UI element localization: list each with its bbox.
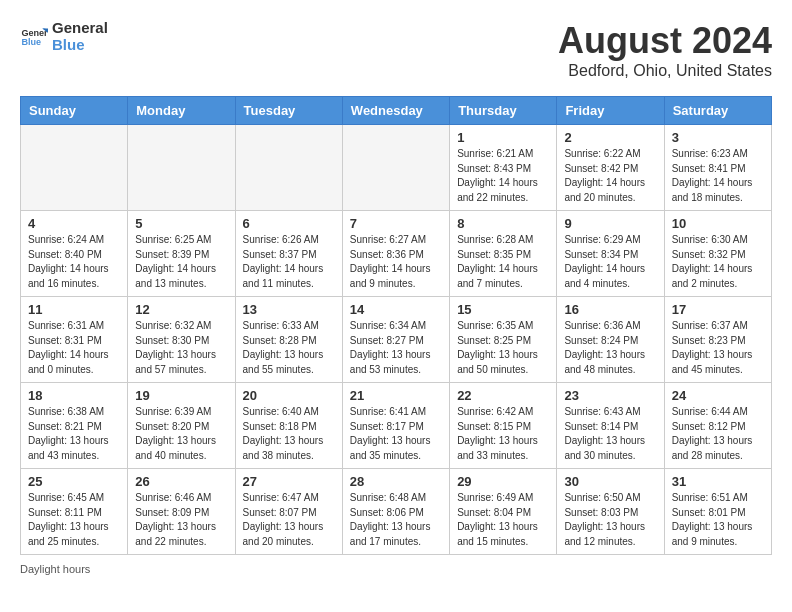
day-number: 2 bbox=[564, 130, 656, 145]
day-info: Sunrise: 6:44 AM Sunset: 8:12 PM Dayligh… bbox=[672, 405, 764, 463]
calendar-cell: 28Sunrise: 6:48 AM Sunset: 8:06 PM Dayli… bbox=[342, 469, 449, 555]
calendar-cell: 24Sunrise: 6:44 AM Sunset: 8:12 PM Dayli… bbox=[664, 383, 771, 469]
day-info: Sunrise: 6:32 AM Sunset: 8:30 PM Dayligh… bbox=[135, 319, 227, 377]
day-info: Sunrise: 6:36 AM Sunset: 8:24 PM Dayligh… bbox=[564, 319, 656, 377]
day-number: 7 bbox=[350, 216, 442, 231]
day-info: Sunrise: 6:30 AM Sunset: 8:32 PM Dayligh… bbox=[672, 233, 764, 291]
day-info: Sunrise: 6:22 AM Sunset: 8:42 PM Dayligh… bbox=[564, 147, 656, 205]
logo: General Blue General Blue bbox=[20, 20, 108, 53]
calendar-cell bbox=[128, 125, 235, 211]
day-info: Sunrise: 6:49 AM Sunset: 8:04 PM Dayligh… bbox=[457, 491, 549, 549]
day-number: 3 bbox=[672, 130, 764, 145]
day-info: Sunrise: 6:21 AM Sunset: 8:43 PM Dayligh… bbox=[457, 147, 549, 205]
calendar-cell: 31Sunrise: 6:51 AM Sunset: 8:01 PM Dayli… bbox=[664, 469, 771, 555]
calendar-cell: 10Sunrise: 6:30 AM Sunset: 8:32 PM Dayli… bbox=[664, 211, 771, 297]
logo-icon: General Blue bbox=[20, 23, 48, 51]
daylight-label: Daylight hours bbox=[20, 563, 90, 575]
calendar-cell bbox=[342, 125, 449, 211]
day-number: 15 bbox=[457, 302, 549, 317]
day-number: 24 bbox=[672, 388, 764, 403]
calendar-table: SundayMondayTuesdayWednesdayThursdayFrid… bbox=[20, 96, 772, 555]
calendar-week-row: 18Sunrise: 6:38 AM Sunset: 8:21 PM Dayli… bbox=[21, 383, 772, 469]
day-number: 16 bbox=[564, 302, 656, 317]
calendar-cell: 22Sunrise: 6:42 AM Sunset: 8:15 PM Dayli… bbox=[450, 383, 557, 469]
calendar-cell: 11Sunrise: 6:31 AM Sunset: 8:31 PM Dayli… bbox=[21, 297, 128, 383]
calendar-header-row: SundayMondayTuesdayWednesdayThursdayFrid… bbox=[21, 97, 772, 125]
day-number: 8 bbox=[457, 216, 549, 231]
calendar-cell: 27Sunrise: 6:47 AM Sunset: 8:07 PM Dayli… bbox=[235, 469, 342, 555]
calendar-day-header: Sunday bbox=[21, 97, 128, 125]
day-info: Sunrise: 6:47 AM Sunset: 8:07 PM Dayligh… bbox=[243, 491, 335, 549]
day-info: Sunrise: 6:28 AM Sunset: 8:35 PM Dayligh… bbox=[457, 233, 549, 291]
calendar-cell bbox=[235, 125, 342, 211]
calendar-cell: 20Sunrise: 6:40 AM Sunset: 8:18 PM Dayli… bbox=[235, 383, 342, 469]
day-info: Sunrise: 6:51 AM Sunset: 8:01 PM Dayligh… bbox=[672, 491, 764, 549]
day-number: 13 bbox=[243, 302, 335, 317]
day-number: 14 bbox=[350, 302, 442, 317]
subtitle: Bedford, Ohio, United States bbox=[558, 62, 772, 80]
calendar-cell: 26Sunrise: 6:46 AM Sunset: 8:09 PM Dayli… bbox=[128, 469, 235, 555]
day-info: Sunrise: 6:42 AM Sunset: 8:15 PM Dayligh… bbox=[457, 405, 549, 463]
day-number: 31 bbox=[672, 474, 764, 489]
calendar-cell: 29Sunrise: 6:49 AM Sunset: 8:04 PM Dayli… bbox=[450, 469, 557, 555]
day-info: Sunrise: 6:40 AM Sunset: 8:18 PM Dayligh… bbox=[243, 405, 335, 463]
day-info: Sunrise: 6:23 AM Sunset: 8:41 PM Dayligh… bbox=[672, 147, 764, 205]
day-info: Sunrise: 6:41 AM Sunset: 8:17 PM Dayligh… bbox=[350, 405, 442, 463]
day-info: Sunrise: 6:45 AM Sunset: 8:11 PM Dayligh… bbox=[28, 491, 120, 549]
calendar-week-row: 25Sunrise: 6:45 AM Sunset: 8:11 PM Dayli… bbox=[21, 469, 772, 555]
calendar-cell: 6Sunrise: 6:26 AM Sunset: 8:37 PM Daylig… bbox=[235, 211, 342, 297]
day-info: Sunrise: 6:29 AM Sunset: 8:34 PM Dayligh… bbox=[564, 233, 656, 291]
day-number: 23 bbox=[564, 388, 656, 403]
day-info: Sunrise: 6:33 AM Sunset: 8:28 PM Dayligh… bbox=[243, 319, 335, 377]
calendar-cell: 16Sunrise: 6:36 AM Sunset: 8:24 PM Dayli… bbox=[557, 297, 664, 383]
calendar-cell: 18Sunrise: 6:38 AM Sunset: 8:21 PM Dayli… bbox=[21, 383, 128, 469]
day-info: Sunrise: 6:25 AM Sunset: 8:39 PM Dayligh… bbox=[135, 233, 227, 291]
day-info: Sunrise: 6:37 AM Sunset: 8:23 PM Dayligh… bbox=[672, 319, 764, 377]
logo-line1: General bbox=[52, 20, 108, 37]
calendar-day-header: Saturday bbox=[664, 97, 771, 125]
calendar-cell: 13Sunrise: 6:33 AM Sunset: 8:28 PM Dayli… bbox=[235, 297, 342, 383]
calendar-cell: 15Sunrise: 6:35 AM Sunset: 8:25 PM Dayli… bbox=[450, 297, 557, 383]
calendar-cell: 21Sunrise: 6:41 AM Sunset: 8:17 PM Dayli… bbox=[342, 383, 449, 469]
calendar-cell: 23Sunrise: 6:43 AM Sunset: 8:14 PM Dayli… bbox=[557, 383, 664, 469]
page-header: General Blue General Blue August 2024 Be… bbox=[20, 20, 772, 80]
day-info: Sunrise: 6:26 AM Sunset: 8:37 PM Dayligh… bbox=[243, 233, 335, 291]
calendar-week-row: 11Sunrise: 6:31 AM Sunset: 8:31 PM Dayli… bbox=[21, 297, 772, 383]
day-info: Sunrise: 6:46 AM Sunset: 8:09 PM Dayligh… bbox=[135, 491, 227, 549]
day-info: Sunrise: 6:39 AM Sunset: 8:20 PM Dayligh… bbox=[135, 405, 227, 463]
calendar-cell: 25Sunrise: 6:45 AM Sunset: 8:11 PM Dayli… bbox=[21, 469, 128, 555]
day-number: 6 bbox=[243, 216, 335, 231]
day-number: 9 bbox=[564, 216, 656, 231]
day-info: Sunrise: 6:38 AM Sunset: 8:21 PM Dayligh… bbox=[28, 405, 120, 463]
calendar-cell: 2Sunrise: 6:22 AM Sunset: 8:42 PM Daylig… bbox=[557, 125, 664, 211]
day-number: 22 bbox=[457, 388, 549, 403]
calendar-day-header: Thursday bbox=[450, 97, 557, 125]
calendar-cell: 8Sunrise: 6:28 AM Sunset: 8:35 PM Daylig… bbox=[450, 211, 557, 297]
main-title: August 2024 bbox=[558, 20, 772, 62]
title-area: August 2024 Bedford, Ohio, United States bbox=[558, 20, 772, 80]
day-number: 29 bbox=[457, 474, 549, 489]
calendar-cell: 3Sunrise: 6:23 AM Sunset: 8:41 PM Daylig… bbox=[664, 125, 771, 211]
day-number: 20 bbox=[243, 388, 335, 403]
day-number: 17 bbox=[672, 302, 764, 317]
day-info: Sunrise: 6:27 AM Sunset: 8:36 PM Dayligh… bbox=[350, 233, 442, 291]
day-number: 18 bbox=[28, 388, 120, 403]
calendar-day-header: Monday bbox=[128, 97, 235, 125]
day-info: Sunrise: 6:24 AM Sunset: 8:40 PM Dayligh… bbox=[28, 233, 120, 291]
calendar-cell: 14Sunrise: 6:34 AM Sunset: 8:27 PM Dayli… bbox=[342, 297, 449, 383]
calendar-cell: 17Sunrise: 6:37 AM Sunset: 8:23 PM Dayli… bbox=[664, 297, 771, 383]
day-number: 12 bbox=[135, 302, 227, 317]
day-info: Sunrise: 6:43 AM Sunset: 8:14 PM Dayligh… bbox=[564, 405, 656, 463]
calendar-cell: 19Sunrise: 6:39 AM Sunset: 8:20 PM Dayli… bbox=[128, 383, 235, 469]
logo-line2: Blue bbox=[52, 37, 108, 54]
day-number: 27 bbox=[243, 474, 335, 489]
day-info: Sunrise: 6:34 AM Sunset: 8:27 PM Dayligh… bbox=[350, 319, 442, 377]
day-number: 26 bbox=[135, 474, 227, 489]
day-number: 25 bbox=[28, 474, 120, 489]
day-number: 28 bbox=[350, 474, 442, 489]
calendar-cell: 12Sunrise: 6:32 AM Sunset: 8:30 PM Dayli… bbox=[128, 297, 235, 383]
day-number: 10 bbox=[672, 216, 764, 231]
day-info: Sunrise: 6:31 AM Sunset: 8:31 PM Dayligh… bbox=[28, 319, 120, 377]
day-info: Sunrise: 6:48 AM Sunset: 8:06 PM Dayligh… bbox=[350, 491, 442, 549]
calendar-week-row: 1Sunrise: 6:21 AM Sunset: 8:43 PM Daylig… bbox=[21, 125, 772, 211]
